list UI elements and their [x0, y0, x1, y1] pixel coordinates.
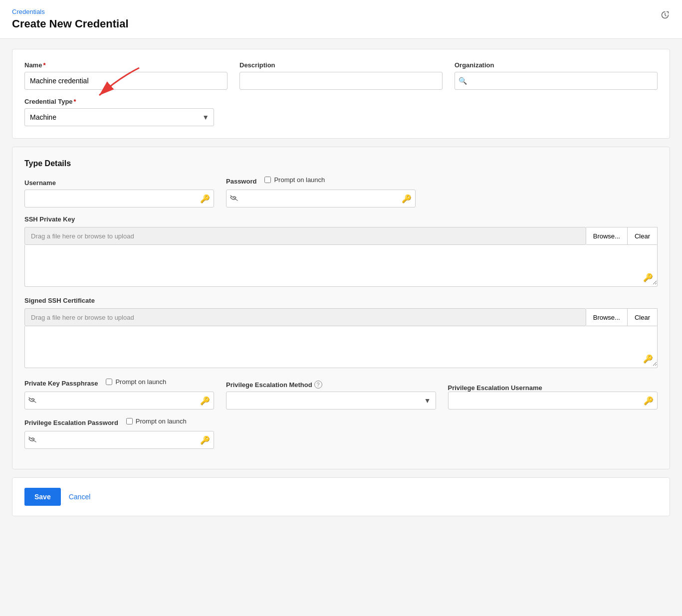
signed-cert-clear-button[interactable]: Clear — [628, 308, 658, 326]
credential-type-group: Credential Type* Machine ▼ — [24, 98, 214, 126]
key-icon-privilege-password[interactable]: 🔑 — [200, 435, 210, 445]
signed-cert-browse-button[interactable]: Browse... — [586, 308, 628, 326]
history-icon[interactable] — [660, 10, 670, 22]
key-icon-username[interactable]: 🔑 — [200, 194, 210, 204]
privilege-password-prompt-label[interactable]: Prompt on launch — [126, 417, 187, 425]
organization-input[interactable] — [455, 72, 658, 90]
password-label: Password — [226, 178, 256, 185]
private-key-field: 🔑 — [24, 392, 214, 410]
name-label: Name* — [24, 61, 227, 69]
privilege-username-group: Privilege Escalation Username 🔑 — [448, 384, 658, 410]
password-input[interactable] — [226, 190, 416, 207]
signed-cert-upload-row: Drag a file here or browse to upload Bro… — [24, 308, 658, 326]
privilege-password-group: Privilege Escalation Password Prompt on … — [24, 417, 214, 449]
footer-card: Save Cancel — [12, 477, 670, 516]
eye-slash-icon-privilege-password — [28, 436, 36, 444]
signed-cert-label: Signed SSH Certificate — [24, 297, 658, 304]
key-icon-signed-cert[interactable]: 🔑 — [643, 354, 653, 364]
privilege-password-input[interactable] — [24, 431, 214, 449]
username-label: Username — [24, 179, 214, 187]
cancel-button[interactable]: Cancel — [67, 489, 93, 505]
eye-slash-icon-private-key — [28, 397, 36, 405]
privilege-password-field: 🔑 — [24, 431, 214, 449]
ssh-key-section: SSH Private Key Drag a file here or brow… — [24, 215, 658, 287]
key-icon-private-key[interactable]: 🔑 — [200, 396, 210, 406]
organization-label: Organization — [455, 61, 658, 69]
header: Credentials Create New Credential — [0, 0, 682, 39]
ssh-key-drop-area[interactable]: Drag a file here or browse to upload — [24, 227, 586, 245]
privilege-username-input[interactable] — [448, 392, 658, 410]
search-icon: 🔍 — [458, 77, 467, 85]
save-button[interactable]: Save — [24, 488, 61, 506]
private-key-prompt-checkbox[interactable] — [106, 379, 112, 385]
ssh-key-browse-button[interactable]: Browse... — [586, 227, 628, 245]
page-title: Create New Credential — [12, 17, 670, 30]
ssh-key-textarea[interactable] — [25, 245, 657, 285]
description-label: Description — [239, 61, 443, 69]
key-icon-password[interactable]: 🔑 — [402, 194, 412, 204]
username-group: Username 🔑 — [24, 179, 214, 207]
privilege-password-prompt-checkbox[interactable] — [126, 418, 133, 424]
type-details-title: Type Details — [24, 159, 658, 168]
privilege-username-label: Privilege Escalation Username — [448, 384, 542, 392]
private-key-input[interactable] — [24, 392, 214, 410]
organization-group: Organization 🔍 — [455, 61, 658, 90]
password-field: 🔑 — [226, 190, 416, 207]
password-prompt-label[interactable]: Prompt on launch — [264, 176, 325, 184]
privilege-method-select[interactable] — [226, 392, 436, 410]
key-icon-privilege-username[interactable]: 🔑 — [644, 396, 654, 406]
credential-type-row: Credential Type* Machine ▼ — [24, 98, 658, 126]
name-input[interactable] — [24, 72, 227, 90]
private-key-group: Private Key Passphrase Prompt on launch … — [24, 378, 214, 410]
privilege-method-group: Privilege Escalation Method ? ▼ — [226, 381, 436, 410]
privilege-password-label: Privilege Escalation Password — [24, 419, 118, 426]
username-input[interactable] — [24, 190, 214, 207]
ssh-key-clear-button[interactable]: Clear — [628, 227, 658, 245]
description-input[interactable] — [239, 72, 443, 90]
breadcrumb[interactable]: Credentials — [12, 8, 670, 15]
username-field: 🔑 — [24, 190, 214, 207]
ssh-key-label: SSH Private Key — [24, 215, 658, 223]
main-form-card: Name* Description Organization 🔍 — [12, 49, 670, 139]
name-group: Name* — [24, 61, 227, 90]
signed-cert-textarea-wrapper: 🔑 — [24, 326, 658, 368]
password-group: Password Prompt on launch 🔑 — [226, 176, 416, 207]
privilege-password-row: Privilege Escalation Password Prompt on … — [24, 417, 658, 449]
type-details-card: Type Details Username 🔑 Password Prompt … — [12, 147, 670, 469]
credential-type-label: Credential Type* — [24, 98, 214, 105]
eye-slash-icon-password — [230, 195, 238, 203]
description-group: Description — [239, 61, 443, 90]
key-icon-ssh[interactable]: 🔑 — [643, 273, 653, 282]
signed-cert-section: Signed SSH Certificate Drag a file here … — [24, 297, 658, 368]
ssh-key-textarea-wrapper: 🔑 — [24, 245, 658, 287]
signed-cert-textarea[interactable] — [25, 326, 657, 366]
privilege-method-label: Privilege Escalation Method — [226, 381, 312, 389]
privilege-username-field: 🔑 — [448, 392, 658, 410]
signed-cert-drop-area[interactable]: Drag a file here or browse to upload — [24, 308, 586, 326]
privilege-method-select-wrapper: ▼ — [226, 392, 436, 410]
ssh-key-upload-row: Drag a file here or browse to upload Bro… — [24, 227, 658, 245]
credential-type-select[interactable]: Machine — [24, 108, 214, 126]
private-key-label: Private Key Passphrase — [24, 380, 98, 387]
privilege-method-info-icon[interactable]: ? — [314, 381, 322, 389]
password-prompt-checkbox[interactable] — [264, 177, 271, 183]
credential-type-select-wrapper: Machine ▼ — [24, 108, 214, 126]
private-key-prompt-label[interactable]: Prompt on launch — [106, 378, 166, 386]
